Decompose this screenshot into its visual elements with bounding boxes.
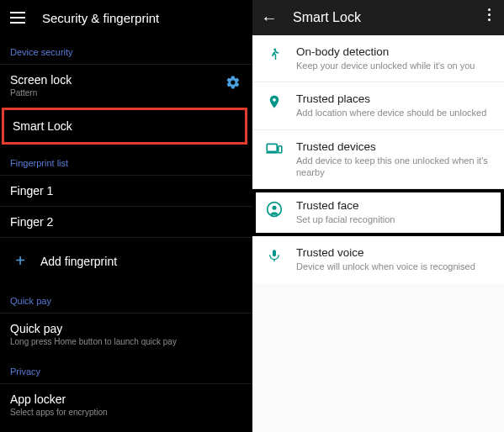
item-sub: Device will unlock when voice is recogni… — [296, 261, 475, 272]
on-body-detection-item[interactable]: On-body detection Keep your device unloc… — [252, 35, 504, 82]
walking-person-icon — [264, 47, 284, 62]
finger-item-2[interactable]: Finger 2 — [0, 206, 252, 237]
quick-pay-title: Quick pay — [10, 322, 242, 335]
item-title: Trusted places — [296, 92, 486, 105]
devices-icon — [264, 142, 284, 155]
item-title: Trusted face — [296, 199, 395, 212]
page-title: Security & fingerprint — [42, 11, 159, 25]
overflow-menu-icon[interactable] — [482, 8, 496, 21]
item-title: Trusted voice — [296, 246, 475, 259]
screen-lock-sub: Pattern — [10, 88, 242, 97]
item-sub: Keep your device unlocked while it's on … — [296, 60, 475, 71]
section-device-security: Device security — [0, 35, 252, 64]
item-sub: Set up facial recognition — [296, 213, 395, 225]
smart-lock-item[interactable]: Smart Lock — [2, 108, 247, 145]
plus-icon: + — [10, 251, 30, 271]
menu-icon[interactable] — [10, 12, 25, 24]
section-quick-pay: Quick pay — [0, 284, 252, 313]
left-app-bar: Security & fingerprint — [0, 0, 252, 35]
face-circle-icon — [264, 201, 284, 218]
item-title: Trusted devices — [296, 140, 492, 153]
page-title: Smart Lock — [293, 10, 361, 25]
app-locker-title: App locker — [10, 392, 242, 406]
screen-lock-item[interactable]: Screen lock Pattern — [0, 64, 252, 106]
location-pin-icon — [264, 94, 284, 109]
quick-pay-sub: Long press Home button to launch quick p… — [10, 337, 242, 346]
microphone-icon — [264, 248, 284, 263]
finger-1-label: Finger 1 — [10, 184, 242, 198]
quick-pay-item[interactable]: Quick pay Long press Home button to laun… — [0, 313, 252, 355]
finger-item-1[interactable]: Finger 1 — [0, 175, 252, 206]
gear-icon[interactable] — [225, 75, 241, 90]
smart-lock-screen: ← Smart Lock On-body detection Keep your… — [252, 0, 504, 432]
finger-2-label: Finger 2 — [10, 215, 242, 229]
screen-lock-title: Screen lock — [10, 73, 242, 87]
trusted-voice-item[interactable]: Trusted voice Device will unlock when vo… — [252, 236, 504, 282]
app-locker-sub: Select apps for encryption — [10, 408, 242, 417]
trusted-face-item[interactable]: Trusted face Set up facial recognition — [252, 189, 504, 236]
smart-lock-title: Smart Lock — [13, 119, 236, 133]
item-sub: Add device to keep this one unlocked whe… — [296, 155, 492, 179]
section-privacy: Privacy — [0, 355, 252, 383]
security-settings-screen: Security & fingerprint Device security S… — [0, 0, 252, 432]
add-fingerprint-item[interactable]: + Add fingerprint — [0, 237, 252, 284]
add-fingerprint-label: Add fingerprint — [40, 255, 117, 268]
trusted-places-item[interactable]: Trusted places Add location where device… — [252, 82, 504, 129]
item-title: On-body detection — [296, 45, 475, 58]
svg-rect-1 — [267, 144, 277, 151]
svg-point-5 — [273, 206, 277, 210]
section-fingerprint-list: Fingerprint list — [0, 146, 252, 175]
item-sub: Add location where device should be unlo… — [296, 107, 486, 119]
right-app-bar: ← Smart Lock — [252, 0, 504, 35]
app-locker-item[interactable]: App locker Select apps for encryption — [0, 383, 252, 425]
trusted-devices-item[interactable]: Trusted devices Add device to keep this … — [252, 130, 504, 190]
smart-lock-options-list: On-body detection Keep your device unloc… — [252, 35, 504, 283]
svg-rect-2 — [279, 145, 282, 152]
back-arrow-icon[interactable]: ← — [261, 9, 278, 26]
